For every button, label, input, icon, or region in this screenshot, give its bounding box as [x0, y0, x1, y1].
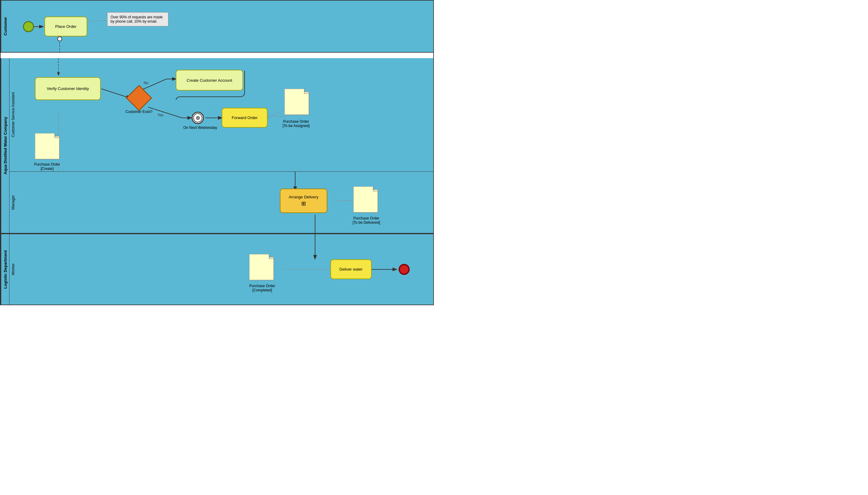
intermediate-small [57, 36, 62, 41]
intermediate-label: On Next Wednesday [182, 125, 219, 130]
worker-lane: Worker [9, 234, 433, 305]
csa-lane-content: No Yes Verify Customer Id [17, 58, 433, 171]
csa-lane: Customer Service Assistant [9, 58, 433, 172]
diagram-container: Customer [0, 0, 434, 305]
manager-lane-label: Manager [9, 172, 17, 233]
csa-lane-label: Customer Service Assistant [9, 58, 17, 171]
logistic-pool: Logistic Department Worker [1, 234, 433, 305]
svg-line-4 [101, 89, 130, 98]
manager-lane: Manager [9, 172, 433, 233]
po-deliver-label: Purchase Order[To be Delivered] [349, 216, 384, 225]
svg-text:Yes: Yes [157, 113, 164, 117]
verify-customer-task: Verify Customer Identity [35, 77, 101, 100]
aqua-pool: Aqua Distilled Water Company Customer Se… [1, 58, 433, 234]
logistic-pool-label: Logistic Department [1, 234, 9, 305]
end-event [398, 264, 410, 275]
annotation-note: Over 90% of requests are made by phone c… [107, 12, 168, 26]
forward-order-task: Forward Order [222, 108, 268, 127]
place-order-task: Place Order [45, 17, 87, 36]
arrange-delivery-task: Arrange Delivery ⊞ [280, 189, 327, 213]
svg-marker-24 [249, 254, 274, 280]
po-assign-doc-svg [285, 89, 312, 118]
customer-lane-content: Place Order Over 90% of requests are mad… [9, 1, 433, 53]
fo-po-arrow-svg [268, 115, 289, 118]
svg-text:No: No [143, 81, 149, 85]
customer-pool: Customer [1, 1, 433, 53]
po-deliver-doc-svg [353, 186, 381, 216]
worker-lane-label: Worker [9, 234, 17, 305]
po-create-label: Purchase Order[Create] [30, 162, 64, 171]
svg-marker-16 [35, 133, 59, 159]
intermediate-timer: ⊕ [192, 112, 204, 124]
gateway [126, 85, 152, 111]
aqua-pool-label: Aqua Distilled Water Company [1, 58, 9, 233]
po-complete-label: Purchase Order[Completed] [245, 284, 280, 292]
po-complete-doc-svg [249, 254, 277, 283]
deliver-water-task: Deliver water [330, 259, 372, 279]
svg-line-12 [268, 107, 289, 118]
pool-gap [1, 53, 433, 58]
svg-marker-20 [353, 186, 378, 212]
po-create-doc-svg [35, 133, 63, 162]
customer-pool-label: Customer [1, 1, 9, 52]
manager-lane-content: Arrange Delivery ⊞ Purchase Order[To be … [17, 172, 433, 233]
po-assign-label: Purchase Order[To be Assigned] [279, 119, 313, 128]
svg-marker-14 [285, 89, 309, 115]
gateway-label: Customer Exist? [121, 109, 157, 114]
start-event [23, 21, 34, 32]
logistic-lanes: Worker [9, 234, 433, 305]
worker-lane-content: Purchase Order[Completed] Deliver water [17, 234, 433, 305]
aqua-lanes: Customer Service Assistant [9, 58, 433, 233]
svg-line-5 [140, 79, 167, 90]
create-account-task: Create Customer Account [176, 70, 243, 91]
